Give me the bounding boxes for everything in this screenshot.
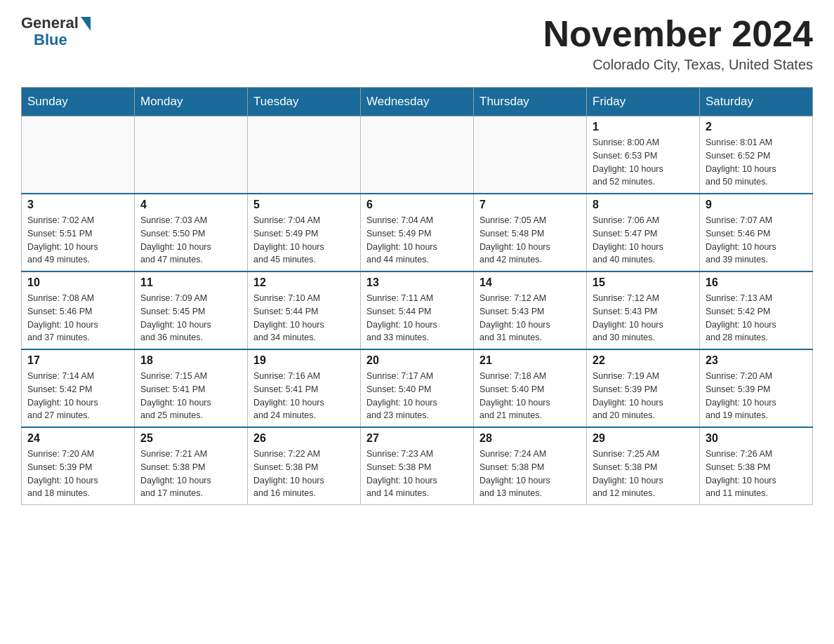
day-info: Sunrise: 7:02 AM Sunset: 5:51 PM Dayligh… bbox=[27, 214, 128, 267]
day-number: 23 bbox=[706, 354, 807, 367]
day-info: Sunrise: 7:21 AM Sunset: 5:38 PM Dayligh… bbox=[140, 448, 241, 500]
calendar-week-row: 24Sunrise: 7:20 AM Sunset: 5:39 PM Dayli… bbox=[22, 427, 813, 505]
calendar-cell: 27Sunrise: 7:23 AM Sunset: 5:38 PM Dayli… bbox=[361, 427, 474, 505]
day-number: 20 bbox=[366, 354, 468, 367]
day-number: 21 bbox=[479, 354, 581, 367]
day-number: 17 bbox=[27, 354, 128, 367]
day-info: Sunrise: 7:18 AM Sunset: 5:40 PM Dayligh… bbox=[479, 370, 581, 422]
day-number: 30 bbox=[706, 432, 807, 445]
calendar-cell: 15Sunrise: 7:12 AM Sunset: 5:43 PM Dayli… bbox=[587, 271, 700, 349]
calendar-cell: 2Sunrise: 8:01 AM Sunset: 6:52 PM Daylig… bbox=[700, 116, 813, 194]
day-number: 16 bbox=[706, 276, 807, 289]
calendar-cell bbox=[474, 116, 587, 194]
day-number: 8 bbox=[593, 199, 694, 211]
day-info: Sunrise: 8:01 AM Sunset: 6:52 PM Dayligh… bbox=[706, 136, 807, 189]
calendar-cell: 3Sunrise: 7:02 AM Sunset: 5:51 PM Daylig… bbox=[22, 194, 135, 271]
day-number: 26 bbox=[253, 432, 355, 445]
day-info: Sunrise: 7:07 AM Sunset: 5:46 PM Dayligh… bbox=[706, 214, 807, 267]
calendar-cell: 18Sunrise: 7:15 AM Sunset: 5:41 PM Dayli… bbox=[135, 349, 248, 427]
day-number: 7 bbox=[479, 199, 581, 211]
page-header: General Blue November 2024 Colorado City… bbox=[21, 14, 813, 73]
calendar-cell: 25Sunrise: 7:21 AM Sunset: 5:38 PM Dayli… bbox=[135, 427, 248, 505]
day-number: 13 bbox=[366, 276, 468, 289]
logo-general-text: General bbox=[21, 14, 79, 32]
day-number: 12 bbox=[253, 276, 355, 289]
calendar-cell: 6Sunrise: 7:04 AM Sunset: 5:49 PM Daylig… bbox=[361, 194, 474, 271]
day-number: 11 bbox=[140, 276, 241, 289]
weekday-header-saturday: Saturday bbox=[700, 88, 813, 116]
calendar-cell: 16Sunrise: 7:13 AM Sunset: 5:42 PM Dayli… bbox=[700, 271, 813, 349]
day-info: Sunrise: 7:24 AM Sunset: 5:38 PM Dayligh… bbox=[479, 448, 581, 500]
calendar-cell bbox=[361, 116, 474, 194]
day-info: Sunrise: 7:16 AM Sunset: 5:41 PM Dayligh… bbox=[253, 370, 355, 422]
logo: General Blue bbox=[21, 14, 91, 49]
calendar-week-row: 1Sunrise: 8:00 AM Sunset: 6:53 PM Daylig… bbox=[22, 116, 813, 194]
calendar-cell: 23Sunrise: 7:20 AM Sunset: 5:39 PM Dayli… bbox=[700, 349, 813, 427]
day-info: Sunrise: 7:09 AM Sunset: 5:45 PM Dayligh… bbox=[140, 292, 241, 344]
calendar-cell: 12Sunrise: 7:10 AM Sunset: 5:44 PM Dayli… bbox=[248, 271, 361, 349]
day-info: Sunrise: 7:04 AM Sunset: 5:49 PM Dayligh… bbox=[366, 214, 468, 267]
day-info: Sunrise: 7:22 AM Sunset: 5:38 PM Dayligh… bbox=[253, 448, 355, 500]
calendar-cell: 17Sunrise: 7:14 AM Sunset: 5:42 PM Dayli… bbox=[22, 349, 135, 427]
day-info: Sunrise: 7:20 AM Sunset: 5:39 PM Dayligh… bbox=[27, 448, 128, 500]
weekday-header-friday: Friday bbox=[587, 88, 700, 116]
day-number: 2 bbox=[706, 121, 807, 133]
day-number: 10 bbox=[27, 276, 128, 289]
weekday-header-wednesday: Wednesday bbox=[361, 88, 474, 116]
calendar-week-row: 10Sunrise: 7:08 AM Sunset: 5:46 PM Dayli… bbox=[22, 271, 813, 349]
calendar-cell: 26Sunrise: 7:22 AM Sunset: 5:38 PM Dayli… bbox=[248, 427, 361, 505]
weekday-header-thursday: Thursday bbox=[474, 88, 587, 116]
day-info: Sunrise: 7:03 AM Sunset: 5:50 PM Dayligh… bbox=[140, 214, 241, 267]
location-text: Colorado City, Texas, United States bbox=[543, 57, 813, 73]
day-info: Sunrise: 7:17 AM Sunset: 5:40 PM Dayligh… bbox=[366, 370, 468, 422]
calendar-cell: 20Sunrise: 7:17 AM Sunset: 5:40 PM Dayli… bbox=[361, 349, 474, 427]
day-info: Sunrise: 7:26 AM Sunset: 5:38 PM Dayligh… bbox=[706, 448, 807, 500]
day-info: Sunrise: 7:12 AM Sunset: 5:43 PM Dayligh… bbox=[479, 292, 581, 344]
calendar-cell: 11Sunrise: 7:09 AM Sunset: 5:45 PM Dayli… bbox=[135, 271, 248, 349]
calendar-cell bbox=[22, 116, 135, 194]
day-number: 9 bbox=[706, 199, 807, 211]
day-number: 1 bbox=[593, 121, 694, 133]
day-number: 25 bbox=[140, 432, 241, 445]
calendar-cell: 10Sunrise: 7:08 AM Sunset: 5:46 PM Dayli… bbox=[22, 271, 135, 349]
calendar-cell bbox=[248, 116, 361, 194]
day-number: 5 bbox=[253, 199, 355, 211]
day-number: 15 bbox=[593, 276, 694, 289]
day-number: 19 bbox=[253, 354, 355, 367]
day-info: Sunrise: 7:10 AM Sunset: 5:44 PM Dayligh… bbox=[253, 292, 355, 344]
day-info: Sunrise: 7:12 AM Sunset: 5:43 PM Dayligh… bbox=[593, 292, 694, 344]
day-number: 4 bbox=[140, 199, 241, 211]
calendar-cell bbox=[135, 116, 248, 194]
weekday-header-row: SundayMondayTuesdayWednesdayThursdayFrid… bbox=[22, 88, 813, 116]
calendar-cell: 28Sunrise: 7:24 AM Sunset: 5:38 PM Dayli… bbox=[474, 427, 587, 505]
day-info: Sunrise: 7:25 AM Sunset: 5:38 PM Dayligh… bbox=[593, 448, 694, 500]
day-number: 3 bbox=[27, 199, 128, 211]
day-number: 22 bbox=[593, 354, 694, 367]
day-number: 14 bbox=[479, 276, 581, 289]
day-info: Sunrise: 7:06 AM Sunset: 5:47 PM Dayligh… bbox=[593, 214, 694, 267]
weekday-header-tuesday: Tuesday bbox=[248, 88, 361, 116]
day-number: 29 bbox=[593, 432, 694, 445]
calendar-cell: 13Sunrise: 7:11 AM Sunset: 5:44 PM Dayli… bbox=[361, 271, 474, 349]
day-number: 28 bbox=[479, 432, 581, 445]
day-info: Sunrise: 7:15 AM Sunset: 5:41 PM Dayligh… bbox=[140, 370, 241, 422]
calendar-cell: 30Sunrise: 7:26 AM Sunset: 5:38 PM Dayli… bbox=[700, 427, 813, 505]
weekday-header-sunday: Sunday bbox=[22, 88, 135, 116]
calendar-cell: 5Sunrise: 7:04 AM Sunset: 5:49 PM Daylig… bbox=[248, 194, 361, 271]
month-title: November 2024 bbox=[543, 14, 813, 54]
day-info: Sunrise: 8:00 AM Sunset: 6:53 PM Dayligh… bbox=[593, 136, 694, 189]
calendar-week-row: 17Sunrise: 7:14 AM Sunset: 5:42 PM Dayli… bbox=[22, 349, 813, 427]
day-info: Sunrise: 7:20 AM Sunset: 5:39 PM Dayligh… bbox=[706, 370, 807, 422]
day-info: Sunrise: 7:05 AM Sunset: 5:48 PM Dayligh… bbox=[479, 214, 581, 267]
calendar-cell: 8Sunrise: 7:06 AM Sunset: 5:47 PM Daylig… bbox=[587, 194, 700, 271]
day-number: 27 bbox=[366, 432, 468, 445]
calendar-cell: 24Sunrise: 7:20 AM Sunset: 5:39 PM Dayli… bbox=[22, 427, 135, 505]
calendar-table: SundayMondayTuesdayWednesdayThursdayFrid… bbox=[21, 87, 813, 505]
calendar-cell: 9Sunrise: 7:07 AM Sunset: 5:46 PM Daylig… bbox=[700, 194, 813, 271]
day-info: Sunrise: 7:08 AM Sunset: 5:46 PM Dayligh… bbox=[27, 292, 128, 344]
calendar-cell: 29Sunrise: 7:25 AM Sunset: 5:38 PM Dayli… bbox=[587, 427, 700, 505]
weekday-header-monday: Monday bbox=[135, 88, 248, 116]
calendar-cell: 7Sunrise: 7:05 AM Sunset: 5:48 PM Daylig… bbox=[474, 194, 587, 271]
day-number: 18 bbox=[140, 354, 241, 367]
calendar-cell: 22Sunrise: 7:19 AM Sunset: 5:39 PM Dayli… bbox=[587, 349, 700, 427]
